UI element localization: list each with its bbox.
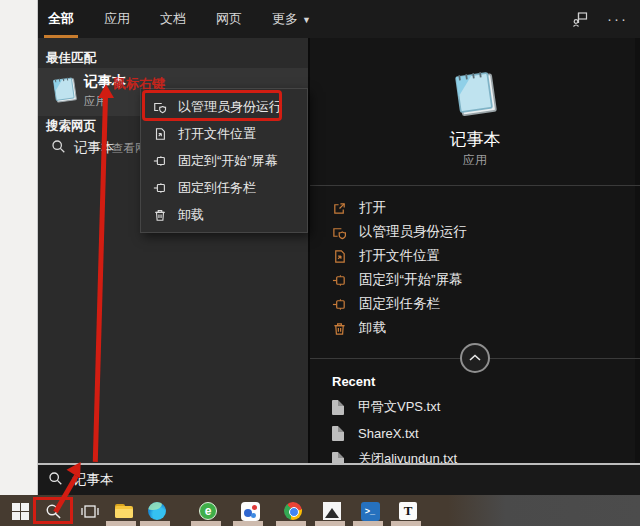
menu-item-label: 卸载 — [178, 206, 204, 224]
open-app-indicator — [233, 521, 263, 526]
baidu-netdisk-icon[interactable] — [238, 499, 262, 523]
tab-more-label: 更多 — [272, 11, 298, 26]
powershell-icon[interactable]: >_ — [358, 499, 382, 523]
action-label: 打开 — [359, 199, 386, 217]
tab-documents[interactable]: 文档 — [158, 4, 188, 34]
menu-item-open-file-location[interactable]: 打开文件位置 — [141, 120, 307, 147]
menu-item-label: 固定到任务栏 — [178, 179, 256, 197]
edge-browser-icon[interactable] — [145, 499, 169, 523]
action-label: 固定到任务栏 — [359, 295, 440, 313]
tab-apps[interactable]: 应用 — [102, 4, 132, 34]
open-app-indicator — [106, 521, 136, 526]
action-label: 以管理员身份运行 — [359, 223, 467, 241]
run-as-admin-icon — [332, 225, 347, 240]
task-view-button[interactable] — [78, 499, 102, 523]
divider — [310, 185, 640, 186]
search-input[interactable]: 记事本 — [38, 463, 640, 495]
action-label: 打开文件位置 — [359, 247, 440, 265]
recent-file-name: ShareX.txt — [358, 426, 419, 441]
action-label: 固定到“开始”屏幕 — [359, 271, 463, 289]
action-open-file-location[interactable]: 打开文件位置 — [332, 245, 440, 267]
open-file-location-icon — [153, 127, 167, 141]
collapse-chevron-button[interactable] — [460, 343, 490, 373]
annotation-box-run-as-admin — [142, 90, 282, 121]
action-pin-to-taskbar[interactable]: 固定到任务栏 — [332, 293, 440, 315]
best-match-header: 最佳匹配 — [46, 50, 96, 67]
open-app-indicator — [391, 521, 421, 526]
start-button[interactable] — [8, 499, 32, 523]
tab-web[interactable]: 网页 — [214, 4, 244, 34]
detail-app-name: 记事本 — [310, 128, 640, 151]
typora-icon[interactable]: T — [396, 499, 420, 523]
open-app-indicator — [276, 521, 306, 526]
action-label: 卸载 — [359, 319, 386, 337]
desktop-background — [0, 0, 38, 495]
uninstall-icon — [153, 208, 167, 222]
360-browser-icon[interactable]: e — [196, 499, 220, 523]
search-icon — [51, 139, 66, 158]
pin-to-start-icon — [332, 273, 347, 288]
recent-header: Recent — [332, 374, 375, 389]
annotation-arrowhead-up — [98, 84, 114, 98]
photos-app-icon[interactable] — [320, 499, 344, 523]
pin-to-start-icon — [153, 154, 167, 168]
search-icon — [48, 471, 63, 490]
search-filter-tabs: 全部 应用 文档 网页 更多▼ — [38, 4, 313, 34]
open-app-indicator — [191, 521, 221, 526]
screenshot-root: 全部 应用 文档 网页 更多▼ ··· 最佳匹配 — [0, 0, 640, 526]
menu-item-label: 固定到“开始”屏幕 — [178, 152, 278, 170]
notepad-app-icon-large — [449, 66, 503, 126]
action-uninstall[interactable]: 卸载 — [332, 317, 386, 339]
detail-app-type: 应用 — [310, 152, 640, 169]
menu-item-label: 打开文件位置 — [178, 125, 256, 143]
chrome-browser-icon[interactable] — [281, 499, 305, 523]
document-icon — [332, 426, 344, 441]
recent-file-name: 甲骨文VPS.txt — [358, 398, 440, 416]
chevron-down-icon: ▼ — [302, 15, 311, 25]
topbar-actions: ··· — [572, 11, 640, 28]
detail-panel: 记事本 应用 打开 以管理员身份运行 — [308, 38, 640, 463]
recent-file-row[interactable]: 甲骨文VPS.txt — [332, 398, 440, 416]
menu-item-pin-to-start[interactable]: 固定到“开始”屏幕 — [141, 147, 307, 174]
action-open[interactable]: 打开 — [332, 197, 386, 219]
document-icon — [332, 400, 344, 415]
document-icon — [332, 452, 344, 464]
action-pin-to-start[interactable]: 固定到“开始”屏幕 — [332, 269, 463, 291]
recent-file-row[interactable]: ShareX.txt — [332, 424, 419, 442]
open-app-indicator — [353, 521, 383, 526]
open-app-indicator — [315, 521, 345, 526]
open-file-location-icon — [332, 249, 347, 264]
notepad-app-icon — [50, 74, 80, 110]
taskbar: e >_ T — [0, 495, 640, 526]
pin-to-taskbar-icon — [153, 181, 167, 195]
menu-item-uninstall[interactable]: 卸载 — [141, 201, 307, 228]
open-app-indicator — [140, 521, 170, 526]
open-icon — [332, 201, 347, 216]
search-topbar: 全部 应用 文档 网页 更多▼ ··· — [38, 0, 640, 38]
tab-all[interactable]: 全部 — [46, 4, 76, 34]
file-explorer-icon[interactable] — [112, 499, 136, 523]
recent-file-row[interactable]: 关闭aliyundun.txt — [332, 450, 457, 463]
more-options-icon[interactable]: ··· — [607, 14, 628, 24]
uninstall-icon — [332, 321, 347, 336]
pin-to-taskbar-icon — [332, 297, 347, 312]
scrollbar[interactable] — [635, 38, 640, 463]
recent-file-name: 关闭aliyundun.txt — [358, 450, 457, 463]
menu-item-pin-to-taskbar[interactable]: 固定到任务栏 — [141, 174, 307, 201]
feedback-icon[interactable] — [572, 11, 589, 28]
tab-more[interactable]: 更多▼ — [270, 4, 313, 34]
web-search-header: 搜索网页 — [46, 118, 96, 135]
action-run-as-admin[interactable]: 以管理员身份运行 — [332, 221, 467, 243]
web-search-query: 记事本 — [74, 139, 115, 157]
